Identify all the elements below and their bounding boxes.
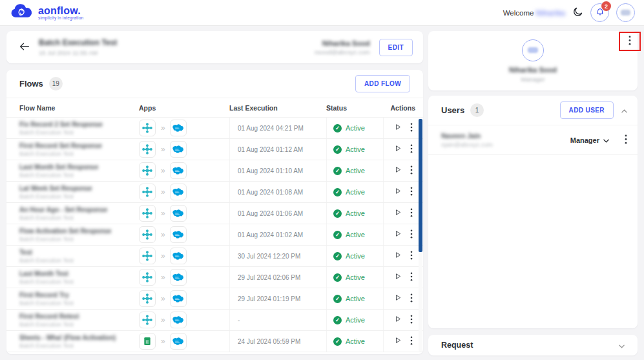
profile-avatar-button[interactable] xyxy=(616,3,635,22)
salesforce-cloud-icon xyxy=(170,248,187,264)
salesforce-cloud-icon xyxy=(170,226,187,243)
owner-name-redacted: Niharika Sood xyxy=(315,39,370,47)
flow-menu-button[interactable] xyxy=(409,185,414,199)
run-flow-button[interactable] xyxy=(393,185,403,198)
flow-menu-button[interactable] xyxy=(409,313,414,327)
run-flow-button[interactable] xyxy=(393,271,403,284)
integration-hub-icon xyxy=(139,290,156,307)
flow-table-row[interactable]: Fix Record 2 Set Response Batch Executio… xyxy=(6,118,423,139)
flow-table-row[interactable]: First Record Set Response Batch Executio… xyxy=(6,139,423,160)
integration-hub-icon xyxy=(139,184,156,200)
kebab-menu-icon xyxy=(410,208,413,219)
flow-menu-button[interactable] xyxy=(409,164,414,178)
profile-role-redacted: Manager xyxy=(521,76,545,83)
run-flow-button[interactable] xyxy=(393,228,403,241)
top-navbar: aonflow. simplicity in integration Welco… xyxy=(0,0,644,26)
flow-name-redacted: Fix Record 2 Set Response xyxy=(19,121,139,128)
flow-menu-button[interactable] xyxy=(409,122,414,135)
user-role-dropdown[interactable]: Manager xyxy=(570,136,609,144)
last-execution-time: 01 Aug 2024 01:12 AM xyxy=(229,139,326,160)
kebab-menu-icon xyxy=(410,272,413,283)
flow-menu-button[interactable] xyxy=(409,292,414,306)
flow-subtitle-redacted: Batch Execution Test xyxy=(19,193,139,200)
status-check-icon: ✓ xyxy=(333,124,342,132)
dark-mode-toggle[interactable] xyxy=(572,6,583,19)
run-flow-button[interactable] xyxy=(393,335,403,348)
play-icon xyxy=(394,187,402,197)
flow-subtitle-redacted: Batch Execution Test xyxy=(19,257,139,264)
flow-table-row[interactable]: First Record Try Batch Execution Test » … xyxy=(6,288,423,310)
flow-subtitle-redacted: Batch Execution Test xyxy=(19,172,139,178)
play-icon xyxy=(394,315,402,325)
flow-menu-button[interactable] xyxy=(409,143,414,156)
salesforce-cloud-icon xyxy=(170,205,187,222)
flow-table-row[interactable]: Last Month Set Response Batch Execution … xyxy=(6,160,423,182)
last-execution-time: 01 Aug 2024 01:06 AM xyxy=(229,203,326,224)
flows-card: Flows 19 ADD FLOW Flow Name Apps Last Ex… xyxy=(6,70,423,354)
notifications-button[interactable]: 2 xyxy=(590,3,609,22)
add-user-button[interactable]: ADD USER xyxy=(560,101,614,119)
flow-menu-button[interactable] xyxy=(409,249,414,263)
status-label: Active xyxy=(346,188,365,196)
request-panel[interactable]: Request xyxy=(428,335,638,355)
flow-table-row[interactable]: Flow Activation Set Response Batch Execu… xyxy=(6,224,423,246)
users-collapse-button[interactable] xyxy=(619,103,630,118)
status-label: Active xyxy=(346,145,365,153)
salesforce-cloud-icon xyxy=(170,290,187,307)
back-button[interactable] xyxy=(17,39,32,56)
flow-table-row[interactable]: Sheets - Wha! (Flow Activation) Batch Ex… xyxy=(6,331,423,352)
run-flow-button[interactable] xyxy=(393,249,403,262)
edit-button[interactable]: EDIT xyxy=(379,39,413,56)
add-flow-button[interactable]: ADD FLOW xyxy=(355,75,410,92)
flow-table-row[interactable]: First Record Retest Batch Execution Test… xyxy=(6,310,423,331)
flow-detail-header-card: Batch Execution Test 15 Jul 2024 11:55 A… xyxy=(6,31,423,63)
integration-hub-icon xyxy=(139,248,156,264)
double-chevron-icon: » xyxy=(161,187,165,196)
kebab-menu-icon xyxy=(628,36,631,47)
kebab-menu-icon xyxy=(410,123,413,134)
status-label: Active xyxy=(346,295,365,302)
run-flow-button[interactable] xyxy=(393,122,403,134)
chevron-down-icon xyxy=(619,339,625,351)
salesforce-cloud-icon xyxy=(170,120,187,136)
table-scrollbar-thumb[interactable] xyxy=(419,119,422,252)
profile-name-redacted: Niharika Sood xyxy=(509,66,557,74)
integration-hub-icon xyxy=(139,141,156,158)
google-sheets-icon xyxy=(139,333,156,350)
integration-hub-icon xyxy=(139,162,156,179)
flow-table-row[interactable]: Last Month Test Batch Execution Test » 2… xyxy=(6,267,423,288)
profile-menu-button[interactable] xyxy=(627,34,632,48)
flows-count-badge: 19 xyxy=(49,77,63,90)
table-scrollbar-track[interactable] xyxy=(419,119,422,352)
flow-table-row[interactable]: Lat Week Set Response Batch Execution Te… xyxy=(6,182,423,203)
double-chevron-icon: » xyxy=(161,166,165,175)
run-flow-button[interactable] xyxy=(393,207,403,220)
flow-menu-button[interactable] xyxy=(409,271,414,284)
flow-menu-button[interactable] xyxy=(409,207,414,220)
column-last-execution: Last Execution xyxy=(229,104,326,112)
play-icon xyxy=(394,272,402,282)
run-flow-button[interactable] xyxy=(393,164,403,177)
flow-subtitle-redacted: Batch Execution Test xyxy=(19,321,139,328)
user-name-redacted: Naveen Jain xyxy=(441,132,493,140)
flow-subtitle-redacted: Batch Execution Test xyxy=(19,236,139,242)
flow-table-row[interactable]: An Hour Ago - Set Response Batch Executi… xyxy=(6,203,423,224)
user-menu-button[interactable] xyxy=(623,133,628,147)
play-icon xyxy=(394,251,402,261)
brand-logo[interactable]: aonflow. simplicity in integration xyxy=(9,3,83,23)
flow-name-redacted: Test xyxy=(19,249,139,256)
red-highlight-annotation xyxy=(619,32,641,51)
run-flow-button[interactable] xyxy=(393,313,403,326)
flow-menu-button[interactable] xyxy=(409,335,414,348)
flow-table-row[interactable]: Test Batch Execution Test » 30 Jul 2024 … xyxy=(6,246,423,267)
run-flow-button[interactable] xyxy=(393,143,403,156)
last-execution-time: 01 Aug 2024 01:08 AM xyxy=(229,182,326,202)
flow-menu-button[interactable] xyxy=(409,228,414,242)
flow-name-redacted: First Record Retest xyxy=(19,313,139,320)
flow-name-redacted: Last Month Set Response xyxy=(19,164,139,171)
flow-subtitle-redacted: Batch Execution Test xyxy=(19,279,139,285)
flow-name-redacted: First Record Try xyxy=(19,291,139,299)
request-title: Request xyxy=(441,341,473,350)
run-flow-button[interactable] xyxy=(393,292,403,305)
column-actions: Actions xyxy=(383,104,417,112)
